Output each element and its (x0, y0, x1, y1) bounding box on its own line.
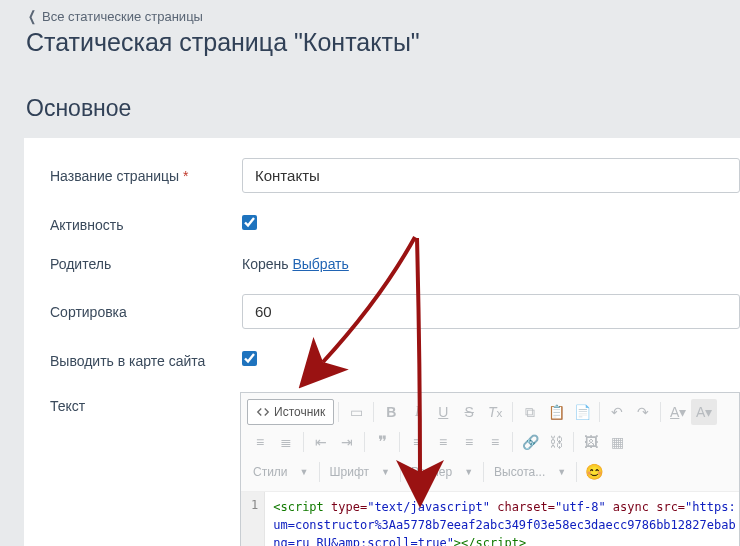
underline-button[interactable]: U (430, 399, 456, 425)
remove-format-button[interactable]: Tx (482, 399, 508, 425)
sort-input[interactable] (242, 294, 740, 329)
paste-icon[interactable]: 📋 (543, 399, 569, 425)
section-title: Основное (0, 81, 740, 138)
strike-button[interactable]: S (456, 399, 482, 425)
table-button[interactable]: ▦ (604, 429, 630, 455)
emoji-button[interactable]: 😊 (581, 459, 607, 485)
line-gutter: 1 (241, 492, 265, 546)
code-content[interactable]: <script type="text/javascript" charset="… (265, 492, 739, 546)
align-left-button[interactable]: ≡ (404, 429, 430, 455)
image-button[interactable]: 🖼 (578, 429, 604, 455)
editor-toolbar: Источник ▭ B I U S Tx ⧉ 📋 📄 (241, 393, 739, 492)
label-active: Активность (50, 217, 242, 233)
form-panel: Название страницы * Активность Родитель … (24, 138, 740, 546)
unlink-button[interactable]: ⛓ (543, 429, 569, 455)
size-dropdown[interactable]: Размер▼ (405, 459, 479, 485)
bg-color-button[interactable]: A▾ (691, 399, 717, 425)
style-dropdown[interactable]: Стили▼ (247, 459, 315, 485)
link-button[interactable]: 🔗 (517, 429, 543, 455)
blockquote-button[interactable]: ❞ (369, 429, 395, 455)
bold-button[interactable]: B (378, 399, 404, 425)
redo-button[interactable]: ↷ (630, 399, 656, 425)
numbered-list-button[interactable]: ≡ (247, 429, 273, 455)
parent-root-text: Корень (242, 256, 289, 272)
breadcrumb-back-label: Все статические страницы (42, 9, 203, 24)
source-button[interactable]: Источник (247, 399, 334, 425)
label-sitemap: Выводить в карте сайта (50, 353, 242, 369)
name-input[interactable] (242, 158, 740, 193)
code-editor[interactable]: 1 <script type="text/javascript" charset… (241, 492, 739, 546)
label-name: Название страницы * (50, 168, 242, 184)
copy-icon[interactable]: ⧉ (517, 399, 543, 425)
sitemap-checkbox[interactable] (242, 351, 257, 366)
label-sort: Сортировка (50, 304, 242, 320)
label-text: Текст (50, 392, 240, 414)
font-dropdown[interactable]: Шрифт▼ (324, 459, 396, 485)
indent-button[interactable]: ⇥ (334, 429, 360, 455)
code-icon (256, 405, 270, 419)
breadcrumb-back[interactable]: ❮Все статические страницы (26, 9, 203, 24)
align-justify-button[interactable]: ≡ (482, 429, 508, 455)
required-mark: * (183, 168, 188, 184)
align-center-button[interactable]: ≡ (430, 429, 456, 455)
outdent-button[interactable]: ⇤ (308, 429, 334, 455)
italic-button[interactable]: I (404, 399, 430, 425)
label-parent: Родитель (50, 256, 242, 272)
bullet-list-button[interactable]: ≣ (273, 429, 299, 455)
parent-select-link[interactable]: Выбрать (292, 256, 348, 272)
new-page-icon[interactable]: ▭ (343, 399, 369, 425)
rich-text-editor: Источник ▭ B I U S Tx ⧉ 📋 📄 (240, 392, 740, 546)
undo-button[interactable]: ↶ (604, 399, 630, 425)
active-checkbox[interactable] (242, 215, 257, 230)
chevron-left-icon: ❮ (28, 8, 36, 24)
height-dropdown[interactable]: Высота...▼ (488, 459, 572, 485)
align-right-button[interactable]: ≡ (456, 429, 482, 455)
page-title: Статическая страница "Контакты" (0, 28, 740, 81)
paste-text-icon[interactable]: 📄 (569, 399, 595, 425)
text-color-button[interactable]: A▾ (665, 399, 691, 425)
